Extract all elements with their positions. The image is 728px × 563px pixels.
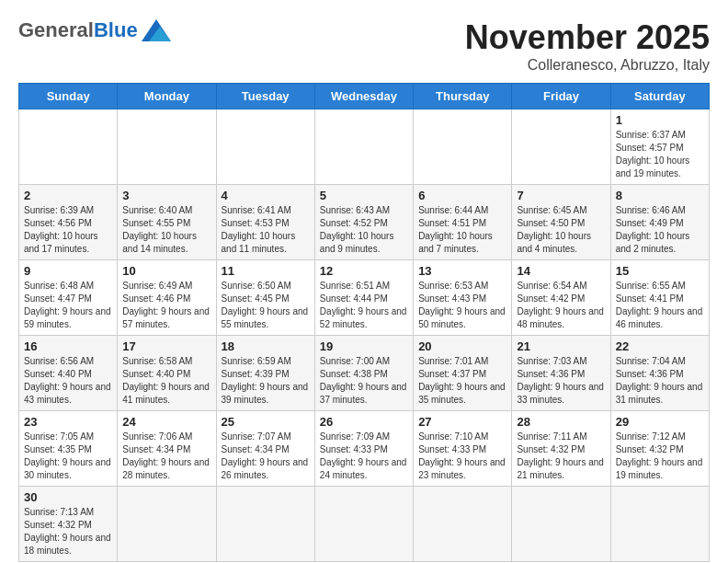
calendar-cell: 13Sunrise: 6:53 AM Sunset: 4:43 PM Dayli… <box>414 260 512 336</box>
weekday-header-thursday: Thursday <box>414 84 512 109</box>
day-info: Sunrise: 6:54 AM Sunset: 4:42 PM Dayligh… <box>517 280 605 331</box>
calendar-cell: 10Sunrise: 6:49 AM Sunset: 4:46 PM Dayli… <box>118 260 216 336</box>
logo-icon <box>142 19 171 41</box>
calendar-cell: 29Sunrise: 7:12 AM Sunset: 4:32 PM Dayli… <box>610 411 709 487</box>
calendar-cell: 22Sunrise: 7:04 AM Sunset: 4:36 PM Dayli… <box>610 336 709 411</box>
calendar-cell: 11Sunrise: 6:50 AM Sunset: 4:45 PM Dayli… <box>216 260 314 336</box>
day-number: 27 <box>418 415 506 429</box>
day-info: Sunrise: 6:59 AM Sunset: 4:39 PM Dayligh… <box>222 355 310 407</box>
day-info: Sunrise: 7:06 AM Sunset: 4:34 PM Dayligh… <box>122 431 210 482</box>
day-info: Sunrise: 7:04 AM Sunset: 4:36 PM Dayligh… <box>616 355 704 407</box>
day-info: Sunrise: 7:12 AM Sunset: 4:32 PM Dayligh… <box>616 431 704 482</box>
calendar-cell <box>414 487 512 562</box>
weekday-header-friday: Friday <box>512 84 610 109</box>
title-section: November 2025 Colleranesco, Abruzzo, Ita… <box>465 18 710 74</box>
calendar-cell: 26Sunrise: 7:09 AM Sunset: 4:33 PM Dayli… <box>314 411 413 487</box>
calendar-cell: 24Sunrise: 7:06 AM Sunset: 4:34 PM Dayli… <box>118 411 216 487</box>
calendar-cell <box>216 109 314 185</box>
day-info: Sunrise: 7:00 AM Sunset: 4:38 PM Dayligh… <box>320 355 408 407</box>
calendar-cell <box>512 109 610 185</box>
day-number: 9 <box>24 264 112 278</box>
day-info: Sunrise: 6:41 AM Sunset: 4:53 PM Dayligh… <box>222 204 310 256</box>
calendar-cell: 9Sunrise: 6:48 AM Sunset: 4:47 PM Daylig… <box>19 260 118 336</box>
calendar-cell <box>216 487 314 562</box>
day-number: 18 <box>222 339 310 353</box>
calendar-cell: 6Sunrise: 6:44 AM Sunset: 4:51 PM Daylig… <box>414 185 512 260</box>
logo-blue-text: Blue <box>94 18 138 42</box>
day-number: 4 <box>222 189 310 202</box>
day-number: 6 <box>418 189 506 202</box>
day-number: 7 <box>517 189 605 202</box>
calendar-cell: 18Sunrise: 6:59 AM Sunset: 4:39 PM Dayli… <box>216 336 314 411</box>
calendar-cell <box>610 487 709 562</box>
day-number: 11 <box>222 264 310 278</box>
calendar-cell <box>118 109 216 185</box>
calendar-week-row: 1Sunrise: 6:37 AM Sunset: 4:57 PM Daylig… <box>19 109 710 185</box>
calendar-cell: 27Sunrise: 7:10 AM Sunset: 4:33 PM Dayli… <box>414 411 512 487</box>
calendar-cell: 20Sunrise: 7:01 AM Sunset: 4:37 PM Dayli… <box>414 336 512 411</box>
calendar-cell: 2Sunrise: 6:39 AM Sunset: 4:56 PM Daylig… <box>19 185 118 260</box>
calendar-cell: 7Sunrise: 6:45 AM Sunset: 4:50 PM Daylig… <box>512 185 610 260</box>
day-info: Sunrise: 7:05 AM Sunset: 4:35 PM Dayligh… <box>24 431 112 482</box>
calendar-cell: 21Sunrise: 7:03 AM Sunset: 4:36 PM Dayli… <box>512 336 610 411</box>
day-info: Sunrise: 6:39 AM Sunset: 4:56 PM Dayligh… <box>24 204 112 256</box>
calendar-cell: 19Sunrise: 7:00 AM Sunset: 4:38 PM Dayli… <box>314 336 413 411</box>
calendar-cell: 15Sunrise: 6:55 AM Sunset: 4:41 PM Dayli… <box>610 260 709 336</box>
calendar-cell <box>118 487 216 562</box>
day-number: 24 <box>122 415 210 429</box>
day-number: 1 <box>616 113 704 127</box>
weekday-header-sunday: Sunday <box>19 84 118 109</box>
calendar: SundayMondayTuesdayWednesdayThursdayFrid… <box>18 83 710 562</box>
weekday-header-monday: Monday <box>118 84 216 109</box>
day-number: 22 <box>616 339 704 353</box>
calendar-cell <box>512 487 610 562</box>
calendar-cell <box>19 109 118 185</box>
day-number: 5 <box>320 189 408 202</box>
day-info: Sunrise: 7:03 AM Sunset: 4:36 PM Dayligh… <box>517 355 605 407</box>
day-info: Sunrise: 6:46 AM Sunset: 4:49 PM Dayligh… <box>616 204 704 256</box>
weekday-header-tuesday: Tuesday <box>216 84 314 109</box>
day-info: Sunrise: 7:13 AM Sunset: 4:32 PM Dayligh… <box>24 506 112 557</box>
calendar-cell: 5Sunrise: 6:43 AM Sunset: 4:52 PM Daylig… <box>314 185 413 260</box>
calendar-cell: 1Sunrise: 6:37 AM Sunset: 4:57 PM Daylig… <box>610 109 709 185</box>
day-info: Sunrise: 7:07 AM Sunset: 4:34 PM Dayligh… <box>222 431 310 482</box>
day-info: Sunrise: 6:53 AM Sunset: 4:43 PM Dayligh… <box>418 280 506 331</box>
day-number: 29 <box>616 415 704 429</box>
calendar-cell: 28Sunrise: 7:11 AM Sunset: 4:32 PM Dayli… <box>512 411 610 487</box>
logo: General Blue <box>18 18 171 42</box>
day-number: 26 <box>320 415 408 429</box>
day-info: Sunrise: 7:10 AM Sunset: 4:33 PM Dayligh… <box>418 431 506 482</box>
day-number: 25 <box>222 415 310 429</box>
day-number: 16 <box>24 339 112 353</box>
day-info: Sunrise: 6:56 AM Sunset: 4:40 PM Dayligh… <box>24 355 112 407</box>
day-info: Sunrise: 6:44 AM Sunset: 4:51 PM Dayligh… <box>418 204 506 256</box>
weekday-header-saturday: Saturday <box>610 84 709 109</box>
day-number: 21 <box>517 339 605 353</box>
day-number: 12 <box>320 264 408 278</box>
calendar-week-row: 9Sunrise: 6:48 AM Sunset: 4:47 PM Daylig… <box>19 260 710 336</box>
day-info: Sunrise: 6:43 AM Sunset: 4:52 PM Dayligh… <box>320 204 408 256</box>
day-number: 14 <box>517 264 605 278</box>
day-info: Sunrise: 7:09 AM Sunset: 4:33 PM Dayligh… <box>320 431 408 482</box>
day-info: Sunrise: 6:45 AM Sunset: 4:50 PM Dayligh… <box>517 204 605 256</box>
day-info: Sunrise: 6:55 AM Sunset: 4:41 PM Dayligh… <box>616 280 704 331</box>
month-title: November 2025 <box>465 18 710 57</box>
day-info: Sunrise: 6:37 AM Sunset: 4:57 PM Dayligh… <box>616 129 704 180</box>
day-number: 20 <box>418 339 506 353</box>
day-number: 8 <box>616 189 704 202</box>
day-number: 10 <box>122 264 210 278</box>
calendar-cell: 17Sunrise: 6:58 AM Sunset: 4:40 PM Dayli… <box>118 336 216 411</box>
calendar-week-row: 2Sunrise: 6:39 AM Sunset: 4:56 PM Daylig… <box>19 185 710 260</box>
calendar-cell: 3Sunrise: 6:40 AM Sunset: 4:55 PM Daylig… <box>118 185 216 260</box>
day-number: 17 <box>122 339 210 353</box>
calendar-week-row: 30Sunrise: 7:13 AM Sunset: 4:32 PM Dayli… <box>19 487 710 562</box>
day-number: 2 <box>24 189 112 202</box>
day-number: 19 <box>320 339 408 353</box>
calendar-cell <box>314 487 413 562</box>
logo-general-text: General <box>18 18 94 42</box>
day-info: Sunrise: 6:49 AM Sunset: 4:46 PM Dayligh… <box>122 280 210 331</box>
calendar-cell <box>314 109 413 185</box>
calendar-cell: 12Sunrise: 6:51 AM Sunset: 4:44 PM Dayli… <box>314 260 413 336</box>
weekday-header-row: SundayMondayTuesdayWednesdayThursdayFrid… <box>19 84 710 109</box>
calendar-week-row: 23Sunrise: 7:05 AM Sunset: 4:35 PM Dayli… <box>19 411 710 487</box>
